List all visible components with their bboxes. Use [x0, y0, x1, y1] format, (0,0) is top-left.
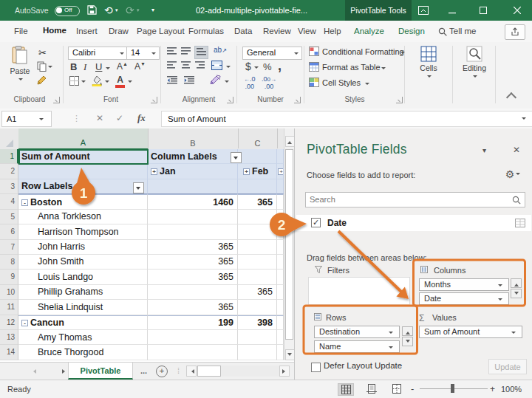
cell-D12[interactable] — [277, 315, 284, 330]
expand-button-feb[interactable]: + — [243, 168, 250, 175]
tools-gear-button[interactable]: ⚙ — [499, 165, 526, 183]
row-header-4[interactable]: 4 — [0, 194, 18, 209]
wrap-text-button[interactable] — [210, 75, 221, 86]
zoom-level[interactable]: 100% — [501, 385, 522, 394]
cell-C7[interactable] — [238, 240, 277, 255]
comma-button[interactable]: , — [278, 58, 282, 74]
cell-D4[interactable] — [277, 194, 284, 209]
increase-indent-button[interactable] — [184, 76, 194, 86]
page-layout-view-button[interactable] — [364, 383, 380, 396]
scroll-down-button[interactable] — [285, 349, 295, 360]
cell-D3[interactable] — [277, 179, 284, 194]
cell-C14[interactable] — [238, 345, 277, 360]
expand-button-jan[interactable]: + — [151, 168, 157, 175]
vertical-scrollbar[interactable] — [284, 128, 295, 360]
increase-font-button[interactable]: A▲ — [117, 61, 128, 72]
alignment-dialog-launcher[interactable] — [227, 97, 233, 103]
ribbon-tab-design[interactable]: Design — [395, 21, 428, 42]
conditional-formatting-dropdown-icon[interactable] — [400, 52, 405, 56]
currency-button[interactable]: $ — [245, 61, 251, 72]
row-header-2[interactable]: 2 — [0, 164, 18, 179]
merge-dropdown-icon[interactable] — [226, 66, 231, 70]
collapse-ribbon-icon[interactable] — [506, 92, 516, 103]
cell-D1[interactable] — [277, 149, 284, 164]
cell-styles-button[interactable] — [309, 78, 319, 89]
copy-button[interactable] — [37, 61, 47, 74]
autosave-toggle[interactable]: Off — [55, 6, 80, 16]
prev-sheet-button[interactable] — [31, 363, 36, 380]
cell-B9[interactable]: 365 — [148, 270, 238, 284]
underline-dropdown-icon[interactable] — [106, 67, 110, 72]
cell-D13[interactable] — [277, 330, 284, 345]
ribbon-display-options-button[interactable] — [418, 0, 429, 21]
vertical-scroll-thumb[interactable] — [285, 149, 293, 340]
zoom-slider-thumb[interactable] — [451, 384, 454, 393]
column-header-c[interactable]: C — [238, 128, 278, 148]
conditional-formatting-button[interactable] — [309, 47, 319, 58]
redo-dropdown-icon[interactable]: ▾ — [137, 0, 140, 21]
undo-dropdown-icon[interactable]: ▾ — [115, 0, 118, 21]
cell-A14[interactable]: Bruce Thorgood — [18, 345, 148, 360]
align-center-button[interactable] — [181, 61, 191, 72]
save-button[interactable] — [87, 0, 97, 21]
cell-B6[interactable] — [148, 224, 238, 239]
cell-A2[interactable] — [18, 164, 148, 179]
enter-formula-icon[interactable]: ✓ — [116, 111, 123, 126]
styles-dialog-launcher[interactable] — [396, 97, 403, 103]
maximize-button[interactable] — [471, 0, 496, 21]
undo-button[interactable]: ⟲ — [104, 0, 113, 21]
column-header-b[interactable]: B — [148, 128, 239, 148]
cell-D7[interactable] — [277, 240, 284, 255]
bold-button[interactable]: B — [70, 61, 77, 72]
row-header-6[interactable]: 6 — [0, 224, 18, 239]
scroll-left-button[interactable] — [186, 366, 197, 377]
row-header-9[interactable]: 9 — [0, 270, 18, 284]
cell-C11[interactable] — [238, 300, 277, 315]
sheet-tab-pivottable[interactable]: PivotTable — [68, 363, 133, 380]
cut-button[interactable]: ✂ — [38, 47, 47, 58]
align-middle-button[interactable] — [181, 47, 191, 58]
cell-C3[interactable] — [238, 179, 277, 194]
zoom-in-button[interactable]: + — [490, 384, 495, 394]
share-button[interactable] — [505, 24, 525, 40]
horizontal-scroll-thumb[interactable] — [197, 366, 221, 377]
ribbon-tab-file[interactable]: File — [11, 21, 31, 42]
collapse-button-boston[interactable]: - — [21, 199, 28, 206]
font-dialog-launcher[interactable] — [151, 97, 157, 103]
ribbon-tab-review[interactable]: Review — [260, 21, 294, 42]
column-header-a[interactable]: A — [18, 128, 149, 150]
cell-D14[interactable] — [277, 345, 284, 360]
filters-drop-area[interactable] — [308, 277, 410, 305]
cells-button[interactable]: Cells — [415, 46, 442, 81]
minimize-button[interactable] — [440, 0, 465, 21]
rows-scroll-down[interactable] — [402, 337, 413, 346]
italic-button[interactable]: I — [83, 61, 86, 73]
cell-C4[interactable]: 365 — [238, 194, 277, 209]
next-sheet-button[interactable] — [62, 363, 67, 380]
cell-B5[interactable] — [148, 210, 238, 224]
ribbon-tab-view[interactable]: View — [295, 21, 319, 42]
format-as-table-button[interactable] — [309, 62, 319, 74]
pill-date[interactable]: Date — [419, 292, 509, 305]
percent-button[interactable]: % — [263, 61, 272, 72]
font-color-dropdown-icon[interactable] — [128, 80, 132, 85]
cell-C10[interactable]: 365 — [238, 285, 277, 300]
cell-B12[interactable]: 199 — [148, 315, 238, 330]
number-dialog-launcher[interactable] — [294, 97, 301, 103]
cell-B4[interactable]: 1460 — [148, 194, 238, 209]
columns-scroll-up[interactable] — [511, 278, 522, 288]
font-name-combo[interactable]: Calibri — [68, 47, 128, 60]
cell-A3[interactable]: Row Labels — [18, 179, 148, 194]
collapse-button-cancun[interactable]: - — [21, 320, 28, 326]
normal-view-button[interactable] — [338, 383, 354, 396]
cell-A5[interactable]: Anna Torkleson — [18, 210, 148, 224]
editing-button[interactable]: Editing — [460, 46, 489, 81]
ribbon-tab-page-layout[interactable]: Page Layout — [134, 21, 188, 42]
format-as-table-label[interactable]: Format as Table — [322, 63, 381, 72]
cell-C12[interactable]: 398 — [238, 315, 277, 330]
row-labels-filter-button[interactable] — [133, 182, 144, 193]
scroll-up-button[interactable] — [285, 136, 295, 147]
close-button[interactable] — [505, 0, 530, 21]
rows-scroll-up[interactable] — [402, 326, 413, 336]
column-labels-filter-button[interactable] — [231, 152, 242, 163]
